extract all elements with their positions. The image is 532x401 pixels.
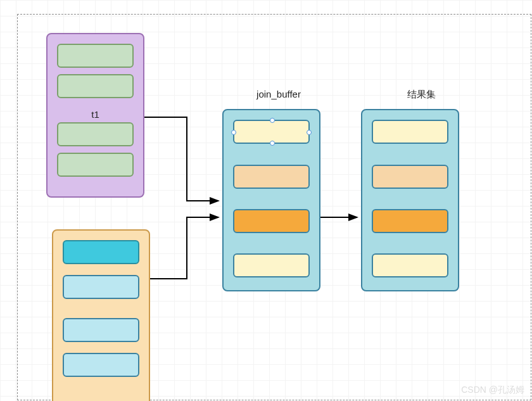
- join-buffer-row[interactable]: [233, 253, 310, 277]
- box-join-buffer[interactable]: [222, 109, 320, 291]
- join-buffer-row[interactable]: [233, 209, 310, 233]
- t1-row[interactable]: [57, 153, 134, 177]
- result-row[interactable]: [372, 209, 448, 233]
- t2-row[interactable]: [63, 275, 139, 299]
- t1-row[interactable]: [57, 74, 134, 98]
- join-buffer-row-selected[interactable]: [233, 120, 310, 144]
- box-t2[interactable]: [52, 229, 150, 401]
- t1-label: t1: [48, 109, 143, 120]
- join-buffer-row[interactable]: [233, 165, 310, 189]
- result-row[interactable]: [372, 253, 448, 277]
- result-row[interactable]: [372, 165, 448, 189]
- box-result-set[interactable]: [361, 109, 459, 291]
- selection-handle-icon[interactable]: [270, 118, 275, 123]
- selection-handle-icon[interactable]: [307, 130, 312, 135]
- t1-row[interactable]: [57, 122, 134, 146]
- t1-row[interactable]: [57, 44, 134, 68]
- t2-row[interactable]: [63, 353, 139, 377]
- box-t1[interactable]: t1: [46, 33, 144, 198]
- selection-handle-icon[interactable]: [270, 141, 275, 146]
- result-row[interactable]: [372, 120, 448, 144]
- t2-row[interactable]: [63, 240, 139, 264]
- t2-row[interactable]: [63, 318, 139, 342]
- watermark: CSDN @孔汤姆: [461, 385, 524, 396]
- result-set-label: 结果集: [383, 89, 459, 101]
- join-buffer-label: join_buffer: [241, 89, 317, 99]
- selection-handle-icon[interactable]: [231, 130, 236, 135]
